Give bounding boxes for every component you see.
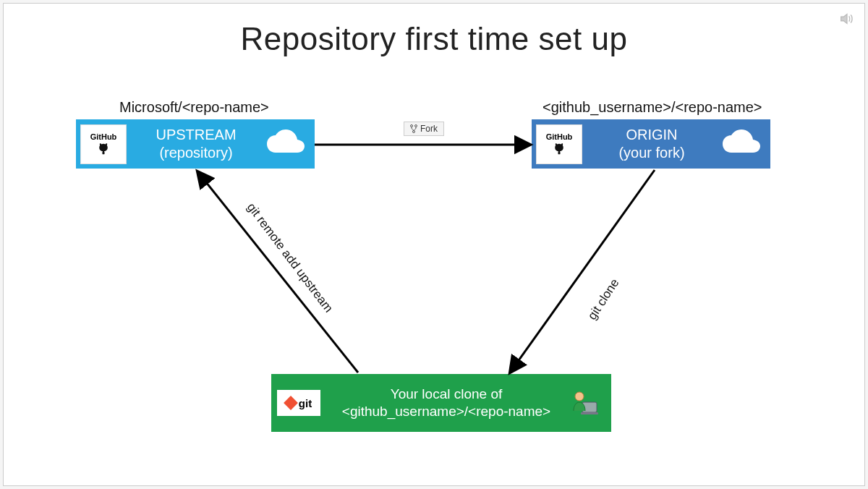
- git-diamond-icon: [284, 396, 298, 410]
- svg-point-4: [415, 125, 417, 127]
- fork-text: Fork: [420, 124, 438, 134]
- svg-point-2: [575, 392, 584, 401]
- github-badge: GitHub: [536, 124, 582, 164]
- slide-title: Repository first time set up: [4, 4, 864, 57]
- local-text: Your local clone of <github_username>/<r…: [326, 386, 566, 420]
- user-computer-icon: [566, 388, 603, 418]
- local-box: git Your local clone of <github_username…: [271, 374, 611, 432]
- origin-line1: ORIGIN: [591, 126, 712, 144]
- git-badge: git: [277, 390, 320, 416]
- github-badge: GitHub: [80, 124, 127, 164]
- git-badge-text: git: [299, 397, 312, 409]
- fork-button-label: Fork: [404, 122, 444, 136]
- upstream-caption: Microsoft/<repo-name>: [119, 99, 269, 116]
- upstream-line1: UPSTREAM: [135, 126, 257, 144]
- arrow-label-clone: git clone: [585, 276, 622, 323]
- origin-text: ORIGIN (your fork): [587, 126, 717, 162]
- audio-icon: [838, 11, 854, 30]
- origin-line2: (your fork): [591, 144, 712, 162]
- svg-rect-1: [581, 412, 598, 414]
- fork-icon: [410, 124, 417, 133]
- octocat-icon: [551, 143, 567, 156]
- github-badge-text: GitHub: [546, 132, 573, 141]
- svg-point-3: [411, 125, 413, 127]
- arrow-label-remote: git remote add upstream: [244, 200, 336, 315]
- svg-line-7: [510, 170, 655, 373]
- local-line2: <github_username>/<repo-name>: [331, 403, 562, 420]
- svg-line-8: [197, 171, 358, 373]
- slide: Repository first time set up Microsoft/<…: [3, 3, 865, 486]
- local-line1: Your local clone of: [331, 386, 562, 403]
- upstream-box: GitHub UPSTREAM (repository): [76, 119, 315, 169]
- cloud-icon: [261, 128, 315, 161]
- origin-box: GitHub ORIGIN (your fork): [532, 119, 770, 169]
- cloud-icon: [717, 128, 770, 161]
- upstream-text: UPSTREAM (repository): [131, 126, 261, 162]
- origin-caption: <github_username>/<repo-name>: [542, 99, 762, 116]
- upstream-line2: (repository): [135, 144, 257, 162]
- github-badge-text: GitHub: [90, 132, 117, 141]
- octocat-icon: [95, 143, 111, 156]
